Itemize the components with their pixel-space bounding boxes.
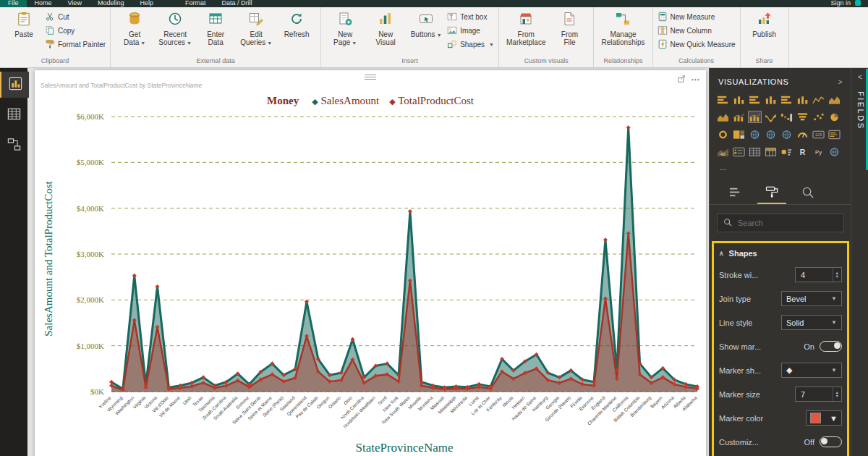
menu-tab-help[interactable]: Help (132, 0, 161, 7)
visual-type-donut-chart[interactable] (716, 128, 730, 140)
new-page-button[interactable]: NewPage▼ (326, 9, 365, 48)
line-style-dropdown[interactable]: Solid▼ (781, 315, 842, 330)
visual-type-scatter-chart[interactable] (812, 111, 825, 123)
visual-type-slicer[interactable] (732, 145, 746, 158)
visual-type-clustered-bar-chart[interactable] (748, 93, 762, 106)
visual-type-pie-chart[interactable] (827, 111, 841, 123)
visual-type-kpi[interactable]: 42 (716, 145, 730, 158)
image-button[interactable]: Image (447, 25, 494, 37)
legend-marker-icon: ◆ (389, 97, 395, 106)
visual-more-options-icon[interactable]: ⋯ (691, 75, 700, 85)
buttons-button[interactable]: Buttons▼ (407, 9, 446, 40)
menu-tab-format[interactable]: Format (177, 0, 214, 7)
visual-type-treemap[interactable] (732, 128, 746, 140)
from-marketplace-button[interactable]: FromMarketplace (503, 9, 548, 48)
visual-type-matrix[interactable] (764, 145, 778, 158)
new-visual-button[interactable]: NewVisual (366, 9, 405, 48)
new-column-button[interactable]: New Column (658, 25, 736, 37)
shapes-button[interactable]: Shapes▼ (447, 38, 494, 51)
cut-button[interactable]: Cut (45, 11, 106, 23)
legend-item-TotalProductCost[interactable]: ◆ TotalProductCost (389, 95, 474, 106)
visual-focus-mode-icon[interactable] (677, 73, 686, 86)
recent-sources-button[interactable]: RecentSources▼ (156, 9, 195, 48)
manage-relationships-button[interactable]: ManageRelationships (598, 9, 647, 48)
ribbon-group-share: PublishShare (741, 7, 789, 67)
line-area-chart[interactable]: $0K$1,000K$2,000K$3,000K$4,000K$5,000K$6… (35, 106, 706, 449)
stroke-wi-stepper[interactable]: 4▲▼ (795, 267, 842, 282)
visual-type-clustered-column-chart[interactable] (764, 93, 778, 106)
svg-text:$6,000K: $6,000K (77, 112, 104, 121)
visual-type-funnel-chart[interactable] (796, 111, 809, 123)
legend-item-SalesAmount[interactable]: ◆ SalesAmount (312, 95, 379, 106)
visual-type-key-influencers[interactable] (780, 145, 793, 158)
svg-text:123: 123 (815, 132, 822, 137)
visual-type-python-visual[interactable]: Py (812, 145, 825, 158)
visual-type-stacked-column-chart[interactable] (732, 93, 746, 106)
menu-tab-data-drill[interactable]: Data / Drill (213, 0, 260, 7)
account-icon[interactable] (855, 0, 861, 6)
visual-type-arcgis-map[interactable] (827, 145, 841, 158)
marker-size-stepper[interactable]: 7▲▼ (795, 387, 842, 402)
visual-type-area-chart[interactable] (827, 93, 841, 106)
sidebar-item-report-view[interactable] (0, 72, 29, 98)
sidebar-item-model-view[interactable] (0, 132, 27, 159)
menu-tab-modeling[interactable]: Modeling (90, 0, 132, 7)
copy-button[interactable]: Copy (45, 25, 106, 37)
refresh-button[interactable]: Refresh (277, 9, 316, 40)
new-quick-measure-button[interactable]: New Quick Measure (658, 38, 736, 51)
sign-in-button[interactable]: Sign in (830, 0, 851, 7)
visual-type-line-chart[interactable] (812, 93, 825, 106)
format-search[interactable] (717, 214, 844, 232)
show-mar-toggle[interactable] (820, 341, 842, 352)
menu-tab-view[interactable]: View (60, 0, 90, 7)
edit-queries-button[interactable]: EditQueries▼ (237, 9, 276, 48)
analytics-tab[interactable] (793, 184, 822, 203)
visual-type-gauge[interactable] (796, 128, 809, 140)
visual-type-card[interactable]: 123 (812, 128, 825, 140)
search-input[interactable] (736, 218, 833, 228)
format-painter-button[interactable]: Format Painter (45, 38, 106, 51)
visual-type-table[interactable] (748, 145, 762, 158)
from-file-button[interactable]: FromFile (550, 9, 589, 48)
visual-type-shape-map[interactable] (780, 128, 793, 140)
data-view-icon (7, 106, 22, 124)
menu-tab-home[interactable]: Home (27, 0, 60, 7)
marker-color-picker[interactable]: ▼ (806, 410, 842, 426)
get-data-icon (127, 11, 142, 30)
fields-tab[interactable] (721, 184, 750, 203)
recent-sources-icon (167, 11, 183, 30)
menu-tab-file[interactable]: File (0, 0, 27, 7)
visual-type-map[interactable] (748, 128, 762, 140)
get-data-button[interactable]: GetData▼ (115, 9, 154, 48)
shapes-section-header[interactable]: ∧ Shapes (719, 243, 842, 263)
enter-data-button[interactable]: EnterData (196, 9, 235, 48)
text-box-button[interactable]: Text box (447, 11, 494, 23)
panel-collapse-icon[interactable]: > (838, 78, 843, 86)
visual-type-filled-map[interactable] (764, 128, 778, 140)
new-visual-icon (378, 11, 393, 30)
visual-type-stacked-bar-chart[interactable] (716, 93, 730, 106)
visual-type-stacked-area-chart[interactable] (716, 111, 730, 123)
new-measure-button[interactable]: New Measure (658, 11, 736, 23)
visual-type-100-stacked-column-chart[interactable] (796, 93, 809, 106)
fields-collapsed-panel[interactable]: < FIELDS (851, 67, 868, 456)
sidebar-item-data-view[interactable] (0, 102, 27, 128)
marker-sh-dropdown[interactable]: ◆▼ (781, 363, 842, 378)
customiz-toggle[interactable] (820, 436, 842, 447)
visual-type-ribbon-chart[interactable] (764, 111, 778, 123)
visual-type-multi-row-card[interactable] (827, 128, 841, 140)
visual-type-line-and-stacked-column-chart[interactable] (732, 111, 746, 123)
publish-button[interactable]: Publish (745, 9, 784, 40)
format-label-stroke-wi: Stroke wi... (719, 271, 758, 279)
format-tab[interactable] (757, 184, 786, 204)
visual-type-waterfall-chart[interactable] (780, 111, 793, 123)
visual-type-r-script-visual[interactable]: R (796, 145, 809, 158)
paste-button[interactable]: Paste (4, 9, 43, 40)
visual-type-100-stacked-bar-chart[interactable] (780, 93, 793, 106)
report-page[interactable]: SalesAmount and TotalProductCost by Stat… (35, 70, 706, 456)
visual-drag-handle-icon[interactable] (365, 73, 376, 81)
visual-type-line-and-clustered-column-chart[interactable] (748, 111, 762, 123)
join-type-dropdown[interactable]: Bevel▼ (781, 291, 842, 306)
visual-type-more-options[interactable]: ⋯ (716, 163, 730, 175)
visualizations-panel: VISUALIZATIONS > 12342RPy⋯ ∧ Shapes Stro… (709, 67, 851, 456)
